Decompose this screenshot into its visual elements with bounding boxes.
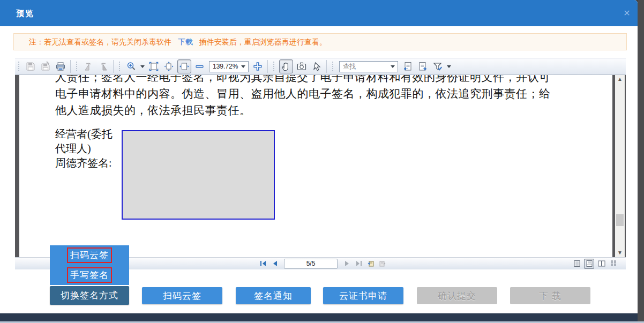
select-tool-icon (311, 61, 322, 72)
fill-sign-dropdown-icon[interactable] (447, 65, 451, 68)
toolbar-grip (18, 62, 20, 71)
zoom-in-icon (252, 61, 263, 72)
fit-page-button[interactable] (147, 60, 160, 73)
menu-item-label: 扫码云签 (67, 247, 112, 263)
find-placeholder: 查找 (343, 62, 356, 71)
single-page-button[interactable] (572, 259, 581, 268)
fit-page-icon (148, 61, 159, 72)
antivirus-notice: 注：若无法查看或签名，请先关闭杀毒软件 下载 插件安装后，重启浏览器再进行查看。 (13, 33, 627, 50)
pdf-page: 人责任；签名人一经电子签名，即视为其亲自提交了电子申请材料和有效的身份证明文件，… (19, 75, 612, 257)
signature-label: 经营者(委托 代理人) 周德齐签名: (55, 127, 113, 170)
cloud-certificate-apply-button[interactable]: 云证书申请 (323, 287, 403, 304)
dialog-titlebar: 预览 ✕ (0, 0, 638, 26)
zoom-level-select[interactable]: 139.72% (209, 61, 249, 72)
rotate-left-button[interactable] (82, 60, 95, 73)
toolbar-grip (76, 62, 78, 71)
facing-continuous-button[interactable] (609, 259, 618, 268)
next-view-icon (379, 260, 386, 267)
snapshot-button[interactable] (295, 60, 308, 73)
snapshot-icon (296, 61, 307, 72)
pdf-toolbar: 139.72% 查找 (15, 58, 626, 75)
previous-page-button[interactable] (270, 259, 280, 268)
facing-icon (598, 260, 605, 267)
zoom-level-value: 139.72% (213, 63, 238, 70)
last-page-icon (355, 260, 362, 267)
toolbar-grip (119, 62, 121, 71)
scroll-down-icon[interactable]: ▼ (617, 250, 623, 256)
continuous-view-button[interactable] (584, 259, 594, 269)
save-as-icon (40, 61, 51, 72)
notice-prefix: 注：若无法查看或签名，请先关闭杀毒软件 (29, 37, 171, 46)
toolbar-grip (332, 62, 334, 71)
signature-notify-button[interactable]: 签名通知 (236, 287, 311, 304)
toolbar-separator (326, 60, 327, 73)
page-title: 预览 (16, 9, 34, 19)
vertical-scrollbar[interactable]: ▲ ▼ (615, 75, 625, 257)
facing-pages-button[interactable] (597, 259, 606, 268)
zoom-tool-dropdown-icon[interactable] (140, 65, 145, 68)
scroll-up-icon[interactable]: ▲ (617, 76, 623, 82)
chevron-down-icon (391, 65, 395, 68)
print-icon (55, 61, 66, 72)
document-text: 人责任；签名人一经电子签名，即视为其亲自提交了电子申请材料和有效的身份证明文件，… (55, 75, 583, 119)
switch-signature-mode-button[interactable]: 切换签名方式 (50, 286, 129, 305)
fit-visible-button[interactable] (162, 60, 175, 73)
find-previous-icon (402, 61, 413, 72)
signature-mode-menu: 扫码云签 手写签名 (50, 245, 129, 285)
document-line: 电子申请材料中的内容。伪造、冒用、盗用他人的电子签名，构成犯罪的，依法追究刑事责… (55, 86, 583, 102)
first-page-button[interactable] (258, 259, 268, 268)
page-background (0, 313, 638, 321)
find-input[interactable]: 查找 (339, 61, 398, 72)
signature-field[interactable] (122, 130, 275, 220)
first-page-icon (260, 260, 267, 267)
find-next-icon (417, 61, 428, 72)
scan-cloud-sign-button[interactable]: 扫码云签 (142, 287, 222, 304)
print-button[interactable] (54, 60, 67, 73)
next-page-icon (343, 260, 350, 267)
previous-page-icon (272, 260, 279, 267)
hand-tool-icon (281, 61, 291, 72)
previous-view-button[interactable] (365, 259, 375, 268)
toolbar-separator (70, 60, 71, 73)
menu-item-label: 手写签名 (67, 267, 112, 283)
single-page-icon (573, 260, 581, 267)
download-button[interactable]: 下 载 (510, 287, 590, 304)
toolbar-separator (113, 60, 114, 73)
select-tool-button[interactable] (310, 60, 323, 73)
continuous-icon (586, 260, 593, 267)
rotate-right-icon (98, 61, 109, 72)
save-icon (25, 61, 36, 72)
download-plugin-link[interactable]: 下载 (178, 37, 193, 46)
next-page-button[interactable] (342, 259, 351, 268)
find-previous-button[interactable] (401, 60, 414, 73)
menu-item-handwritten-sign[interactable]: 手写签名 (50, 265, 129, 285)
next-view-button[interactable] (377, 259, 387, 268)
previous-view-icon (367, 260, 374, 267)
hand-tool-button[interactable] (279, 59, 293, 73)
zoom-tool-button[interactable] (125, 60, 138, 73)
menu-item-scan-cloud-sign[interactable]: 扫码云签 (50, 245, 129, 265)
pdf-viewer: 人责任；签名人一经电子签名，即视为其亲自提交了电子申请材料和有效的身份证明文件，… (15, 75, 626, 257)
close-icon[interactable]: ✕ (620, 8, 633, 18)
page-navigation: 5/5 (257, 258, 388, 269)
save-as-button[interactable] (39, 60, 52, 73)
zoom-out-button[interactable] (193, 60, 206, 73)
chevron-down-icon (241, 65, 245, 68)
zoom-in-button[interactable] (251, 60, 264, 73)
find-next-button[interactable] (416, 60, 429, 73)
page-indicator-input[interactable]: 5/5 (284, 259, 338, 269)
fit-width-button[interactable] (177, 59, 191, 73)
scrollbar-thumb[interactable] (616, 214, 624, 226)
fit-width-icon (179, 61, 190, 72)
fit-visible-icon (163, 61, 174, 72)
page-layout-controls (572, 258, 618, 269)
toolbar-separator (267, 60, 268, 73)
fill-sign-button[interactable] (431, 60, 444, 73)
save-button[interactable] (24, 60, 37, 73)
toolbar-grip (273, 62, 275, 71)
confirm-submit-button[interactable]: 确认提交 (417, 287, 497, 304)
zoom-magnifier-icon (126, 61, 137, 72)
rotate-left-icon (83, 61, 94, 72)
rotate-right-button[interactable] (97, 60, 110, 73)
last-page-button[interactable] (354, 259, 363, 268)
